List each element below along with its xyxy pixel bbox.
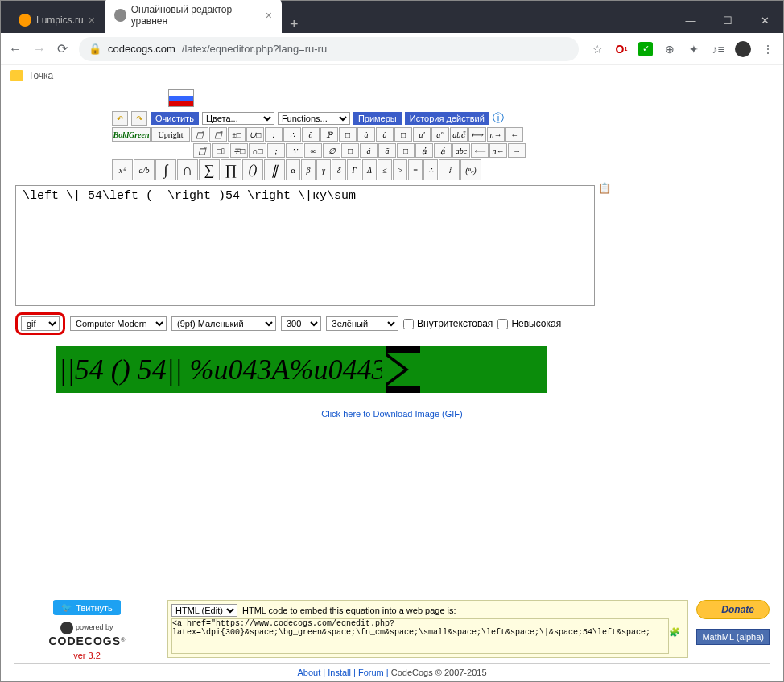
- sym[interactable]: ∪□: [246, 127, 264, 142]
- close-window-button[interactable]: ✕: [746, 7, 783, 33]
- sym[interactable]: □: [341, 143, 359, 158]
- sym[interactable]: n←: [489, 143, 507, 158]
- clear-button[interactable]: Очистить: [151, 112, 199, 125]
- sym[interactable]: □: [339, 127, 357, 142]
- url-input[interactable]: 🔒 codecogs.com/latex/eqneditor.php?lang=…: [79, 37, 579, 61]
- sym-cap[interactable]: ∩: [177, 159, 198, 180]
- sym[interactable]: ℙ: [320, 127, 338, 142]
- sym[interactable]: ∓□: [230, 143, 248, 158]
- sym[interactable]: ∩□: [249, 143, 266, 158]
- sym[interactable]: n→: [487, 127, 505, 142]
- compressed-checkbox-label[interactable]: Невысокая: [497, 318, 561, 329]
- download-link[interactable]: Click here to Download Image (GIF): [15, 409, 769, 419]
- forward-button[interactable]: →: [33, 42, 46, 56]
- sym-Gamma[interactable]: Γ: [347, 159, 361, 180]
- chrome-menu-button[interactable]: ⋮: [761, 42, 775, 56]
- info-icon[interactable]: ⓘ: [493, 111, 504, 126]
- sym[interactable]: ←: [505, 127, 523, 142]
- sym[interactable]: à: [357, 127, 375, 142]
- maximize-button[interactable]: ☐: [709, 7, 746, 33]
- sym-equiv[interactable]: ≡: [408, 159, 423, 180]
- boldgreen-button[interactable]: BoldGreen: [112, 127, 151, 142]
- sym[interactable]: ∅: [323, 143, 340, 158]
- russian-flag-icon[interactable]: [168, 89, 194, 107]
- redo-icon[interactable]: ↷: [131, 111, 147, 126]
- sym[interactable]: á: [360, 143, 378, 158]
- color-select[interactable]: Зелёный: [326, 316, 398, 331]
- bookmark-star-icon[interactable]: ☆: [590, 42, 605, 56]
- sym[interactable]: ∂: [302, 127, 320, 142]
- reload-button[interactable]: ⟳: [57, 41, 68, 56]
- mathml-button[interactable]: MathML (alpha): [696, 629, 770, 645]
- sym[interactable]: ∞: [304, 143, 322, 158]
- sym[interactable]: abc̄: [450, 127, 468, 142]
- sym-beta[interactable]: β: [301, 159, 316, 180]
- tweet-button[interactable]: 🐦 Твитнуть: [53, 600, 121, 615]
- colors-select[interactable]: Цвета...: [202, 112, 274, 125]
- profile-avatar[interactable]: [735, 41, 751, 57]
- sym-int[interactable]: ∫: [155, 159, 176, 180]
- sym[interactable]: →: [508, 143, 526, 158]
- functions-select[interactable]: Functions...: [278, 112, 350, 125]
- sym[interactable]: □͂: [212, 143, 229, 158]
- sym[interactable]: :: [265, 127, 283, 142]
- sym[interactable]: ∴: [283, 127, 301, 142]
- dpi-select[interactable]: 300: [281, 316, 321, 331]
- extension-check-icon[interactable]: ✓: [638, 42, 653, 56]
- sym-matrix[interactable]: ⁞: [439, 159, 460, 180]
- inline-checkbox-label[interactable]: Внутритекстовая: [403, 318, 493, 329]
- size-select[interactable]: (9pt) Маленький: [171, 316, 276, 331]
- sym[interactable]: □̇: [191, 127, 208, 142]
- sym[interactable]: □̈: [193, 143, 211, 158]
- inline-checkbox[interactable]: [403, 319, 414, 329]
- sym[interactable]: ∵: [286, 143, 303, 158]
- sym[interactable]: a′′: [431, 127, 449, 142]
- copy-icon[interactable]: 📋: [598, 182, 611, 194]
- sym[interactable]: ⟼: [468, 127, 486, 142]
- embed-format-select[interactable]: HTML (Edit): [171, 604, 237, 617]
- extensions-button[interactable]: ✦: [687, 42, 701, 56]
- format-select[interactable]: gif: [21, 316, 60, 331]
- sym-alpha[interactable]: α: [286, 159, 300, 180]
- sym[interactable]: a̓: [415, 143, 433, 158]
- tab-codecogs[interactable]: Онлайновый редактор уравнен ×: [105, 0, 282, 33]
- sym-gamma[interactable]: γ: [316, 159, 331, 180]
- bookmark-item[interactable]: Точка: [28, 70, 53, 81]
- minimize-button[interactable]: —: [672, 7, 709, 33]
- new-tab-button[interactable]: +: [282, 16, 307, 33]
- sym[interactable]: ±□: [228, 127, 246, 142]
- sym-gt[interactable]: >: [393, 159, 407, 180]
- sym-power[interactable]: xᵃ: [112, 159, 133, 180]
- sym-leq[interactable]: ≤: [378, 159, 392, 180]
- examples-button[interactable]: Примеры: [353, 112, 402, 125]
- sym-norm[interactable]: ‖: [264, 159, 285, 180]
- media-control-icon[interactable]: ♪≡: [711, 42, 725, 56]
- sym[interactable]: â: [376, 127, 394, 142]
- sym-therefore[interactable]: ∴: [423, 159, 438, 180]
- sym[interactable]: a′: [413, 127, 431, 142]
- upright-button[interactable]: Upright: [151, 127, 190, 142]
- close-tab-icon[interactable]: ×: [89, 14, 95, 27]
- donate-button[interactable]: Donate: [696, 600, 770, 619]
- sym-Delta[interactable]: Δ: [362, 159, 377, 180]
- sym[interactable]: ⟵: [471, 143, 489, 158]
- sym-prod[interactable]: ∏: [221, 159, 241, 180]
- undo-icon[interactable]: ↶: [112, 111, 128, 126]
- tab-lumpics[interactable]: Lumpics.ru ×: [9, 7, 105, 33]
- embed-code-textarea[interactable]: [171, 618, 669, 654]
- about-link[interactable]: About: [297, 668, 320, 677]
- sym-binom[interactable]: (ⁿᵣ): [460, 159, 481, 180]
- sym[interactable]: □̄: [209, 127, 227, 142]
- sym[interactable]: a̓̓: [434, 143, 452, 158]
- close-tab-icon[interactable]: ×: [266, 9, 272, 22]
- codecogs-logo[interactable]: CODECOGS: [48, 634, 121, 647]
- font-select[interactable]: Computer Modern: [70, 316, 167, 331]
- sym-sum[interactable]: ∑: [199, 159, 220, 180]
- history-button[interactable]: История действий: [405, 112, 489, 125]
- extension-globe-icon[interactable]: ⊕: [662, 42, 677, 56]
- equation-preview[interactable]: ||54 () 54|| %u043A%u0443: [56, 346, 547, 393]
- extension-opera-icon[interactable]: O1: [614, 42, 629, 56]
- sym[interactable]: □: [394, 127, 412, 142]
- sym[interactable]: ;: [267, 143, 285, 158]
- sym-paren[interactable]: (): [242, 159, 263, 180]
